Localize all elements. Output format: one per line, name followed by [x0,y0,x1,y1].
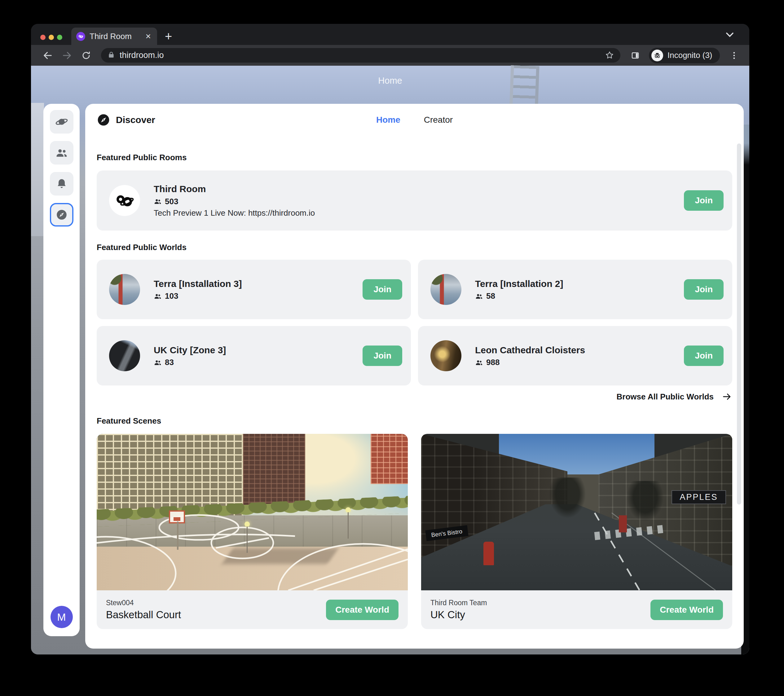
tab-close-icon[interactable]: × [144,31,152,41]
address-bar[interactable]: thirdroom.io [101,48,620,63]
back-button[interactable] [41,49,54,62]
room-description: Tech Preview 1 Live Now: https://thirdro… [154,208,315,218]
members-icon [154,359,162,367]
discover-compass-icon [97,113,110,127]
scene-card-uk-city: APPLES Ben's Bistro Third Room Team UK C… [421,434,732,629]
browser-toolbar: thirdroom.io Incognito (3) [31,45,749,66]
members-icon [475,292,483,300]
planet-icon [55,115,68,128]
sidebar-item-discover[interactable] [50,203,73,227]
world-name: Terra [Installation 3] [154,278,242,290]
world-avatar [109,274,140,305]
world-card-terra-2[interactable]: Terra [Installation 2] 58 Join [418,260,732,319]
screenshot-canvas: Third Room × + thirdroom.i [0,0,784,696]
create-world-button-uk-city[interactable]: Create World [651,600,723,620]
phone-booth [619,515,627,533]
room-name: Third Room [154,183,315,195]
thirdroom-favicon [76,32,85,41]
new-tab-button[interactable]: + [165,30,172,43]
sidebar-item-friends[interactable] [50,141,73,165]
members-icon [154,197,162,206]
scene-title: Basketball Court [106,609,181,621]
scenes-grid: Stew004 Basketball Court Create World [97,434,732,629]
arrow-right-icon [722,392,732,402]
worlds-grid: Terra [Installation 3] 103 Join Terra [I… [97,260,732,385]
create-world-button-basketball[interactable]: Create World [326,600,399,620]
members-icon [154,292,162,300]
page-background: Home [31,66,749,655]
compass-icon [55,208,68,221]
scene-footer: Third Room Team UK City Create World [421,590,732,629]
join-button-uk-city[interactable]: Join [362,346,402,366]
world-card-uk-city-zone3[interactable]: UK City [Zone 3] 83 Join [97,326,411,385]
bookmark-star-icon[interactable] [605,51,614,61]
window-close-button[interactable] [40,35,46,40]
lock-icon [107,51,115,60]
section-heading-rooms: Featured Public Rooms [97,153,186,162]
section-heading-scenes: Featured Scenes [97,416,161,426]
browser-menu-icon[interactable] [727,49,741,62]
bell-icon [56,178,68,190]
room-card-third-room[interactable]: Third Room 503 Tech Preview 1 Live Now: … [97,170,732,230]
scene-image-uk-city: APPLES Ben's Bistro [421,434,732,590]
background-building-shape [31,103,44,236]
room-member-count: 503 [165,197,178,206]
incognito-badge[interactable]: Incognito (3) [649,48,720,63]
browser-tab[interactable]: Third Room × [71,28,157,45]
tab-title: Third Room [89,31,144,41]
sidebar: M [43,104,80,636]
world-name: UK City [Zone 3] [154,344,226,356]
join-button-terra-2[interactable]: Join [684,279,723,299]
world-member-count: 58 [486,291,495,301]
join-button-terra-3[interactable]: Join [362,279,402,299]
browse-all-public-worlds-link[interactable]: Browse All Public Worlds [617,392,733,402]
tab-creator[interactable]: Creator [424,115,453,125]
sidebar-item-home[interactable] [50,110,73,133]
reload-button[interactable] [79,49,93,62]
scene-author: Third Room Team [430,599,487,607]
scene-footer: Stew004 Basketball Court Create World [97,590,408,629]
browse-all-label: Browse All Public Worlds [617,392,714,401]
page-title: Home [31,76,749,86]
incognito-label: Incognito (3) [667,51,712,60]
room-avatar [109,185,140,216]
discover-panel: Discover Home Creator Featured Public Ro… [85,104,744,648]
world-member-count: 103 [165,291,178,301]
scene-image-basketball-court [97,434,408,590]
members-icon [475,359,483,367]
scene-title: UK City [430,609,487,621]
incognito-icon [651,49,663,61]
window-minimize-button[interactable] [49,35,54,40]
tab-search-chevron-icon[interactable] [725,31,735,39]
lamp-post [244,522,250,527]
scene-author: Stew004 [106,599,181,607]
world-avatar [430,274,461,305]
join-button-third-room[interactable]: Join [684,190,723,211]
section-heading-worlds: Featured Public Worlds [97,243,186,252]
world-card-leon-cathedral[interactable]: Leon Cathedral Cloisters 988 Join [418,326,732,385]
world-name: Leon Cathedral Cloisters [475,344,585,356]
user-avatar[interactable]: M [51,606,73,628]
storefront-sign-apples: APPLES [672,490,726,504]
people-icon [55,146,68,159]
join-button-leon-cathedral[interactable]: Join [684,346,723,366]
world-card-terra-3[interactable]: Terra [Installation 3] 103 Join [97,260,411,319]
forward-button[interactable] [60,49,74,62]
scrollbar-thumb[interactable] [737,143,741,505]
browser-window: Third Room × + thirdroom.i [31,24,749,655]
scene-card-basketball-court: Stew004 Basketball Court Create World [97,434,408,629]
discover-title: Discover [116,115,155,125]
tab-home[interactable]: Home [376,115,400,125]
sidebar-item-notifications[interactable] [50,172,73,196]
world-member-count: 83 [165,358,174,367]
world-name: Terra [Installation 2] [475,278,563,290]
world-avatar [109,340,140,371]
red-postbox [483,542,494,565]
world-member-count: 988 [486,358,499,367]
discover-header: Discover Home Creator [97,113,732,133]
world-avatar [430,340,461,371]
tab-strip: Third Room × + [31,24,749,45]
window-zoom-button[interactable] [57,35,62,40]
url-text: thirdroom.io [120,51,164,60]
side-panel-icon[interactable] [628,49,642,62]
